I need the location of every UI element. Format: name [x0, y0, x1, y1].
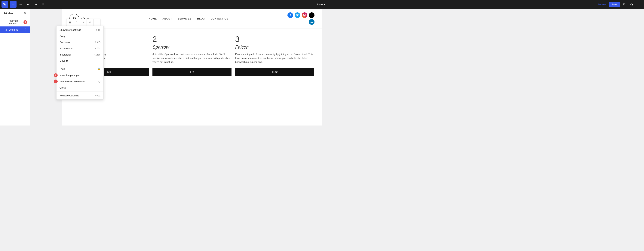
toolbar-center: Blank ▾	[47, 2, 322, 7]
menu-add-reusable[interactable]: Add to Reusable blocks ◇ 3	[56, 78, 104, 85]
nav-services[interactable]: SERVICES	[178, 17, 192, 20]
pricing-btn-3[interactable]: $150	[235, 68, 314, 76]
step-badge-2: 2	[54, 73, 58, 77]
site-nav: HOME ABOUT SERVICES BLOG CONTACT US	[149, 17, 228, 20]
linkedin-icon[interactable]	[309, 19, 314, 25]
nav-about[interactable]: ABOUT	[162, 17, 172, 20]
pricing-col-3: 3 Falcon Play a leading role for our com…	[235, 35, 314, 76]
shortcut-insert-before: ⌥⌘T	[94, 47, 100, 50]
step-badge-3: 3	[54, 79, 58, 83]
menu-insert-before[interactable]: Insert before ⌥⌘T	[56, 45, 104, 52]
menu-item-label: Make template part	[60, 74, 80, 76]
menu-copy[interactable]: Copy	[56, 33, 104, 39]
wp-logo[interactable]: W	[2, 1, 8, 8]
list-view-button[interactable]: ≡	[40, 1, 46, 8]
block-toolbar: ⊞ ⠿ ∧ ⊗ ⋮	[66, 19, 100, 26]
nav-contact[interactable]: CONTACT US	[211, 17, 228, 20]
columns-type-button[interactable]: ⊞	[66, 19, 73, 26]
doc-title-button[interactable]: Blank ▾	[315, 2, 322, 7]
svg-point-3	[311, 21, 311, 21]
menu-make-template[interactable]: Make template part 2	[56, 72, 104, 78]
delete-button[interactable]: ⊗	[87, 19, 94, 26]
block-more-button[interactable]: ⋮	[94, 19, 100, 26]
main-content: ⊞ ⠿ ∧ ⊗ ⋮ Show more settings ⇧⌘, Copy Du…	[30, 9, 322, 125]
sidebar-title: List View	[3, 12, 13, 15]
sidebar-header: List View ✕	[0, 9, 30, 18]
redo-icon: ↪	[34, 3, 37, 6]
pricing-desc-3: Play a leading role for our community by…	[235, 52, 314, 64]
add-icon: +	[12, 3, 14, 6]
more-dots-icon[interactable]: ⋮	[24, 28, 27, 31]
pricing-btn-2[interactable]: $75	[152, 68, 231, 76]
sidebar-item-label: Columns	[8, 28, 23, 31]
twitter-icon[interactable]	[294, 12, 300, 18]
site-header: D divi HOME ABOUT SERVICES BLOG CONTACT …	[62, 9, 322, 29]
undo-button[interactable]: ↩	[25, 1, 32, 8]
edit-icon: ✏	[20, 3, 22, 6]
menu-divider-1	[56, 65, 104, 65]
nav-blog[interactable]: BLOG	[197, 17, 205, 20]
menu-duplicate[interactable]: Duplicate ⇧⌘D	[56, 39, 104, 45]
pricing-number-3: 3	[235, 35, 314, 44]
svg-rect-2	[311, 21, 311, 23]
menu-item-label: Remove Columns	[60, 94, 79, 97]
move-up-button[interactable]: ∧	[80, 19, 87, 26]
menu-item-label: Lock	[60, 67, 64, 70]
menu-insert-after[interactable]: Insert after ⌥⌘Y	[56, 52, 104, 58]
pricing-col-2: 2 Sparrow Join at the Sparrow level and …	[152, 35, 231, 76]
menu-item-label: Insert before	[60, 47, 73, 50]
shortcut-duplicate: ⇧⌘D	[95, 41, 100, 44]
sidebar-item-columns[interactable]: › ⊞ Columns ⋮	[0, 26, 30, 33]
menu-show-more-settings[interactable]: Show more settings ⇧⌘,	[56, 27, 104, 33]
chevron-icon: ›	[3, 21, 3, 23]
social-row-2	[309, 19, 314, 25]
menu-item-label: Show more settings	[60, 28, 81, 31]
redo-button[interactable]: ↪	[32, 1, 39, 8]
columns-icon: ⊞	[5, 28, 7, 31]
pricing-number-2: 2	[152, 35, 231, 44]
menu-item-label: Move to	[60, 59, 68, 62]
wp-logo-text: W	[4, 2, 6, 6]
lock-icon: 🔒	[97, 67, 100, 70]
menu-item-label: Add to Reusable blocks	[60, 80, 85, 83]
social-row-1	[288, 12, 314, 18]
instagram-icon[interactable]	[302, 12, 307, 18]
shortcut-insert-after: ⌥⌘Y	[94, 53, 100, 56]
menu-remove-columns[interactable]: Remove Columns ^⌥Z	[56, 92, 104, 99]
chevron-icon: ›	[3, 29, 3, 31]
main-layout: List View ✕ › ▭ Alternate Header 1 › ⊞ C…	[0, 0, 322, 125]
menu-lock[interactable]: Lock 🔒	[56, 66, 104, 72]
menu-item-label: Group	[60, 86, 66, 89]
pricing-name-3: Falcon	[235, 44, 314, 50]
edit-button[interactable]: ✏	[17, 1, 24, 8]
sidebar-item-alternate-header[interactable]: › ▭ Alternate Header 1	[0, 18, 30, 26]
tiktok-icon[interactable]	[309, 12, 314, 18]
menu-move-to[interactable]: Move to	[56, 58, 104, 64]
menu-item-label: Duplicate	[60, 41, 70, 44]
reusable-icon: ◇	[98, 80, 100, 83]
sidebar-item-label: Alternate Header	[9, 19, 22, 25]
step-badge-1: 1	[24, 20, 27, 24]
sidebar: List View ✕ › ▭ Alternate Header 1 › ⊞ C…	[0, 9, 30, 125]
block-icon: ▭	[5, 21, 7, 24]
shortcut-show-more: ⇧⌘,	[96, 29, 100, 31]
nav-home[interactable]: HOME	[149, 17, 157, 20]
social-icons	[288, 12, 314, 25]
undo-icon: ↩	[27, 3, 30, 6]
pricing-desc-2: Join at the Sparrow level and become a m…	[152, 52, 231, 64]
add-block-button[interactable]: +	[10, 1, 16, 8]
doc-title-text: Blank	[317, 3, 322, 6]
menu-item-label: Insert after	[60, 53, 71, 56]
facebook-icon[interactable]	[288, 12, 293, 18]
menu-item-label: Copy	[60, 35, 65, 37]
wp-toolbar: W + ✏ ↩ ↪ ≡ Blank ▾ Preview Save ⚙ ◑ ⋮	[0, 0, 322, 9]
svg-point-1	[305, 14, 305, 15]
list-icon: ≡	[42, 3, 44, 6]
drag-handle-button[interactable]: ⠿	[73, 19, 80, 26]
context-menu: Show more settings ⇧⌘, Copy Duplicate ⇧⌘…	[56, 26, 104, 100]
menu-group[interactable]: Group	[56, 85, 104, 91]
pricing-name-2: Sparrow	[152, 44, 231, 50]
close-sidebar-button[interactable]: ✕	[23, 11, 27, 15]
pricing-grid: 2 Sparrow …r growing community by joinin…	[70, 35, 314, 76]
shortcut-remove: ^⌥Z	[96, 94, 100, 97]
